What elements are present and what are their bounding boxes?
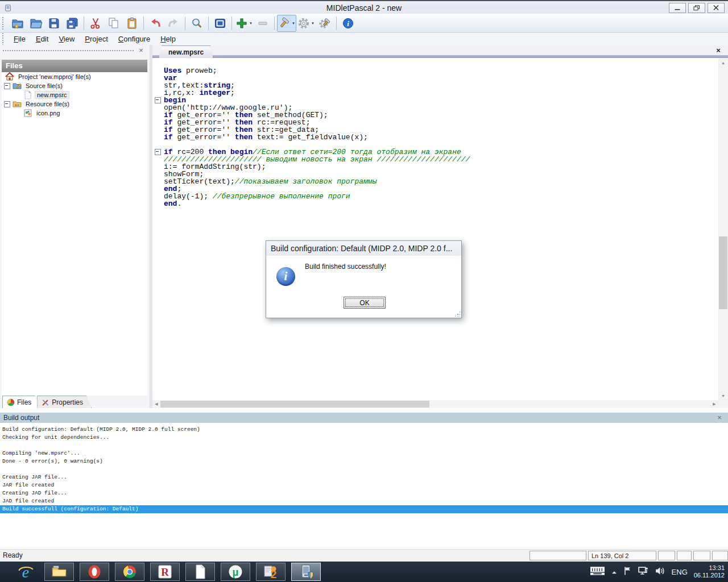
- menu-items: FileEditViewProjectConfigureHelp: [9, 34, 181, 44]
- tree-item-label: icon.png: [35, 110, 62, 117]
- find-button[interactable]: [188, 15, 206, 32]
- toolbar-separator: [185, 16, 185, 30]
- copy-button[interactable]: [105, 15, 123, 32]
- toolbar-separator: [143, 16, 144, 30]
- scroll-down-icon[interactable]: ▼: [718, 391, 728, 400]
- code-line: Uses proweb;: [164, 67, 470, 74]
- paste-button[interactable]: [123, 15, 141, 32]
- panel-tab-files[interactable]: Files: [2, 396, 40, 408]
- tree-expander-icon[interactable]: [4, 83, 10, 89]
- tree-item-project-new-mpproj-file-s-[interactable]: Project 'new.mpproj' file(s): [2, 72, 147, 81]
- new-project-icon: ★: [11, 17, 24, 30]
- tray-speaker-icon[interactable]: [655, 567, 665, 577]
- tree-item-resource-file-s-[interactable]: Resource file(s): [2, 99, 147, 109]
- tray-flag-icon[interactable]: [623, 566, 631, 578]
- scroll-left-icon[interactable]: ◀: [152, 400, 160, 408]
- redo-button[interactable]: [164, 15, 183, 32]
- toolbar-separator: [274, 16, 275, 30]
- taskbar-opera-button[interactable]: [80, 563, 109, 581]
- menu-item-edit[interactable]: Edit: [31, 34, 53, 44]
- about-button[interactable]: i: [339, 15, 357, 32]
- settings-button[interactable]: ▼: [296, 15, 316, 32]
- files-panel-close-button[interactable]: ×: [136, 46, 146, 55]
- toolbar-grip[interactable]: [2, 17, 6, 30]
- restore-button[interactable]: [688, 3, 705, 13]
- scroll-right-icon[interactable]: ▶: [710, 400, 718, 408]
- status-bar: Ready Ln 139, Col 2: [0, 549, 728, 562]
- build-settings-button[interactable]: [316, 15, 334, 32]
- status-cursor-position: Ln 139, Col 2: [588, 551, 656, 560]
- tree-item-source-file-s-[interactable]: Source file(s): [2, 81, 147, 90]
- dropdown-arrow-icon[interactable]: ▼: [311, 22, 315, 25]
- clock[interactable]: 13:31 06.11.2012: [694, 564, 725, 579]
- taskbar-r-app-button[interactable]: R: [150, 563, 180, 581]
- taskbar-explorer-button[interactable]: [44, 563, 74, 581]
- title-bar[interactable]: MIDletPascal 2 - new: [0, 0, 728, 14]
- tree-expander-icon[interactable]: [4, 101, 10, 107]
- menu-item-project[interactable]: Project: [80, 34, 113, 44]
- taskbar-document-button[interactable]: [185, 563, 215, 581]
- taskbar-midletpascal-button[interactable]: 2: [256, 563, 286, 581]
- ok-button[interactable]: OK: [344, 297, 386, 309]
- dropdown-arrow-icon[interactable]: ▼: [292, 22, 295, 25]
- vertical-scrollbar[interactable]: ▲ ▼: [718, 58, 728, 400]
- close-button[interactable]: [708, 3, 725, 13]
- build-output-close-button[interactable]: ×: [715, 413, 723, 421]
- cut-button[interactable]: [86, 15, 105, 32]
- build-output-line: Done - 0 error(s), 0 warning(s): [0, 458, 728, 465]
- open-button[interactable]: [27, 15, 45, 32]
- source-file-icon: [23, 90, 32, 99]
- build-button[interactable]: ▼: [277, 15, 296, 32]
- scroll-up-icon[interactable]: ▲: [718, 58, 728, 67]
- tray-keyboard-icon[interactable]: [590, 566, 605, 579]
- build-result-dialog: Build configuration: Default (MIDP 2.0, …: [266, 240, 462, 318]
- code-line: i:= formAddString(str);: [164, 163, 470, 171]
- undo-button[interactable]: [146, 15, 164, 32]
- taskbar-ie-button[interactable]: e: [11, 563, 40, 580]
- panel-drag-handle[interactable]: [3, 50, 134, 51]
- flag-icon: [623, 566, 631, 576]
- save-button[interactable]: [45, 15, 63, 32]
- horizontal-scrollbar[interactable]: ◀ ▶: [152, 400, 718, 408]
- editor-tab[interactable]: new.mpsrc: [159, 45, 213, 59]
- language-indicator[interactable]: ENG: [672, 568, 688, 576]
- project-icon: [5, 72, 14, 81]
- tray-chevron-up-icon[interactable]: [611, 567, 617, 577]
- add-button[interactable]: ▼: [234, 15, 254, 32]
- fold-collapse-icon[interactable]: [155, 149, 161, 155]
- editor-tab-close-button[interactable]: ×: [714, 47, 722, 55]
- panel-tab-properties[interactable]: Properties: [37, 396, 92, 408]
- tree-item-new-mpsrc[interactable]: new.mpsrc: [2, 90, 147, 99]
- new-project-button[interactable]: ★: [9, 15, 27, 32]
- menu-item-view[interactable]: View: [53, 34, 80, 44]
- taskbar-chrome-button[interactable]: [115, 563, 144, 581]
- close-icon: [713, 5, 719, 11]
- vertical-scroll-thumb[interactable]: [719, 236, 727, 309]
- toolbar: ★▼▼▼i: [0, 14, 728, 33]
- tray-network-icon[interactable]: [638, 566, 648, 578]
- minimize-button[interactable]: [669, 3, 686, 13]
- tree-item-label: Source file(s): [24, 82, 64, 89]
- add-icon: [235, 17, 248, 30]
- editor-pane: new.mpsrc × Uses proweb;varstr,text:stri…: [152, 45, 728, 408]
- tree-item-icon-png[interactable]: icon.png: [2, 109, 147, 118]
- svg-text:µ: µ: [233, 566, 239, 578]
- minimize-icon: [674, 5, 681, 11]
- taskbar-emulator-button[interactable]: [291, 563, 321, 581]
- menubar-grip[interactable]: [2, 33, 6, 45]
- opera-icon: [86, 564, 102, 580]
- code-editor[interactable]: Uses proweb;varstr,text:string;i,rc,x: i…: [152, 58, 718, 400]
- save-all-button[interactable]: [63, 15, 81, 32]
- toolbar-separator: [231, 16, 232, 30]
- taskbar-utorrent-button[interactable]: µ: [221, 563, 250, 581]
- menu-item-configure[interactable]: Configure: [113, 34, 155, 44]
- dropdown-arrow-icon[interactable]: ▼: [249, 22, 253, 25]
- horizontal-scroll-thumb[interactable]: [160, 401, 429, 408]
- fold-collapse-icon[interactable]: [155, 97, 161, 103]
- dialog-title[interactable]: Build configuration: Default (MIDP 2.0, …: [266, 241, 461, 256]
- redo-icon: [167, 17, 180, 30]
- menu-item-file[interactable]: File: [9, 34, 31, 44]
- fullscreen-button[interactable]: [211, 15, 229, 32]
- dialog-resize-grip[interactable]: [454, 311, 460, 317]
- menu-item-help[interactable]: Help: [155, 34, 181, 44]
